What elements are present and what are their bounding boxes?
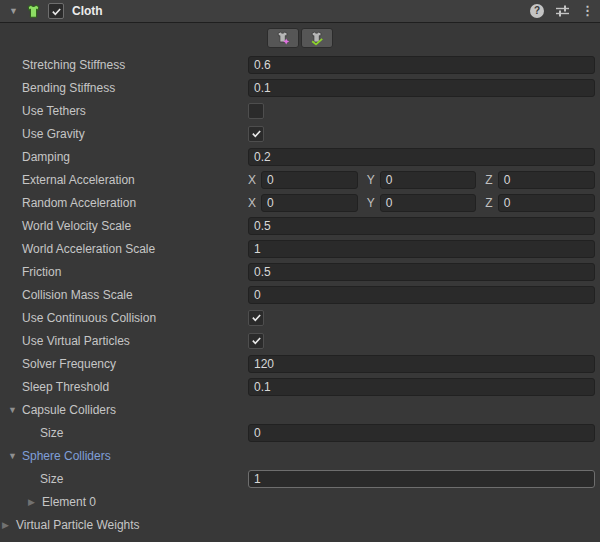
property-value-col: 0.5 — [248, 217, 600, 235]
property-row: World Acceleration Scale1 — [0, 237, 600, 260]
property-value-col: 0.6 — [248, 56, 600, 74]
component-enabled-checkbox[interactable] — [48, 3, 64, 19]
property-row: Solver Frequency120 — [0, 352, 600, 375]
property-value-col: 0 — [248, 424, 600, 442]
property-label-col: Size — [0, 426, 248, 440]
property-value-col: X0Y0Z0 — [248, 171, 600, 189]
component-foldout-arrow-icon[interactable]: ▼ — [6, 6, 25, 16]
foldout-arrow-icon[interactable]: ▼ — [8, 451, 22, 461]
axis-group-y: Y0 — [367, 171, 477, 189]
property-label[interactable]: Virtual Particle Weights — [16, 518, 140, 532]
checkbox[interactable] — [248, 333, 264, 349]
value-field[interactable]: 0.1 — [248, 378, 595, 396]
axis-group-y: Y0 — [367, 194, 477, 212]
property-label[interactable]: Capsule Colliders — [22, 403, 116, 417]
property-label: External Acceleration — [22, 173, 135, 187]
presets-sliders-icon[interactable] — [555, 4, 570, 18]
value-field[interactable]: 0.5 — [248, 217, 595, 235]
cloth-component-header: ▼ Cloth ? ⋮ — [0, 0, 600, 23]
property-label: Use Virtual Particles — [22, 334, 130, 348]
property-label-col: ▶Virtual Particle Weights — [0, 518, 248, 532]
property-label-col: Damping — [0, 150, 248, 164]
value-field-z[interactable]: 0 — [498, 194, 595, 212]
property-label[interactable]: Sphere Colliders — [22, 449, 111, 463]
property-label-col: Collision Mass Scale — [0, 288, 248, 302]
value-field[interactable]: 0 — [248, 286, 595, 304]
value-field-x[interactable]: 0 — [261, 194, 358, 212]
property-label-col: Solver Frequency — [0, 357, 248, 371]
value-field[interactable]: 0.5 — [248, 263, 595, 281]
value-field-y[interactable]: 0 — [380, 194, 477, 212]
property-row: Damping0.2 — [0, 145, 600, 168]
property-label-col: World Velocity Scale — [0, 219, 248, 233]
property-label[interactable]: Element 0 — [42, 495, 96, 509]
foldout-arrow-icon[interactable]: ▶ — [2, 520, 16, 530]
property-label-col: External Acceleration — [0, 173, 248, 187]
axis-label-z: Z — [485, 173, 492, 187]
property-row: Size1 — [0, 467, 600, 490]
cloth-shirt-icon — [25, 3, 42, 20]
property-label-col: ▼Sphere Colliders — [0, 449, 248, 463]
axis-label-x: X — [248, 196, 256, 210]
value-field[interactable]: 0.6 — [248, 56, 595, 74]
cloth-edit-toolbar — [0, 23, 600, 53]
property-value-col: 1 — [248, 240, 600, 258]
property-row: Use Gravity — [0, 122, 600, 145]
value-field[interactable]: 0.1 — [248, 79, 595, 97]
edit-cloth-self-inter-collision-button[interactable] — [301, 28, 333, 48]
axis-label-x: X — [248, 173, 256, 187]
edit-cloth-constraints-icon — [274, 30, 292, 46]
property-label-col: Bending Stiffness — [0, 81, 248, 95]
property-label-col: World Acceleration Scale — [0, 242, 248, 256]
property-label-col: Friction — [0, 265, 248, 279]
property-label-col: Sleep Threshold — [0, 380, 248, 394]
value-field[interactable]: 0 — [248, 424, 595, 442]
value-field-z[interactable]: 0 — [498, 171, 595, 189]
axis-group-z: Z0 — [485, 194, 595, 212]
property-value-col — [248, 310, 600, 326]
value-field[interactable]: 1 — [248, 470, 595, 488]
property-row: Use Tethers — [0, 99, 600, 122]
property-value-col: 1 — [248, 470, 600, 488]
property-row: Use Continuous Collision — [0, 306, 600, 329]
checkmark-icon — [251, 335, 262, 346]
property-value-col: 0 — [248, 286, 600, 304]
property-label: Collision Mass Scale — [22, 288, 133, 302]
foldout-arrow-icon[interactable]: ▶ — [28, 497, 42, 507]
property-value-col: 120 — [248, 355, 600, 373]
property-row: Collision Mass Scale0 — [0, 283, 600, 306]
checkbox[interactable] — [248, 310, 264, 326]
property-label-col: Stretching Stiffness — [0, 58, 248, 72]
checkmark-icon — [251, 128, 262, 139]
value-field[interactable]: 0.2 — [248, 148, 595, 166]
property-value-col: 0.5 — [248, 263, 600, 281]
help-icon[interactable]: ? — [530, 4, 544, 18]
foldout-arrow-icon[interactable]: ▼ — [8, 405, 22, 415]
property-label-col: Use Gravity — [0, 127, 248, 141]
property-value-col: 0.2 — [248, 148, 600, 166]
edit-cloth-self-inter-collision-icon — [308, 30, 326, 46]
property-row: External AccelerationX0Y0Z0 — [0, 168, 600, 191]
property-row: Bending Stiffness0.1 — [0, 76, 600, 99]
value-field[interactable]: 1 — [248, 240, 595, 258]
property-label: World Velocity Scale — [22, 219, 131, 233]
axis-group-x: X0 — [248, 194, 358, 212]
property-row: Sleep Threshold0.1 — [0, 375, 600, 398]
property-label: Stretching Stiffness — [22, 58, 125, 72]
property-row: Random AccelerationX0Y0Z0 — [0, 191, 600, 214]
value-field-y[interactable]: 0 — [380, 171, 477, 189]
property-label: Random Acceleration — [22, 196, 136, 210]
value-field-x[interactable]: 0 — [261, 171, 358, 189]
checkbox[interactable] — [248, 103, 264, 119]
value-field[interactable]: 120 — [248, 355, 595, 373]
property-label-col: Use Continuous Collision — [0, 311, 248, 325]
property-value-col: X0Y0Z0 — [248, 194, 600, 212]
property-label: Bending Stiffness — [22, 81, 115, 95]
kebab-menu-icon[interactable]: ⋮ — [581, 4, 594, 18]
property-label-col: ▶Element 0 — [0, 495, 248, 509]
checkbox[interactable] — [248, 126, 264, 142]
property-row: ▶Virtual Particle Weights — [0, 513, 600, 536]
property-row: ▼Sphere Colliders — [0, 444, 600, 467]
edit-cloth-constraints-button[interactable] — [267, 28, 299, 48]
property-value-col: 0.1 — [248, 378, 600, 396]
